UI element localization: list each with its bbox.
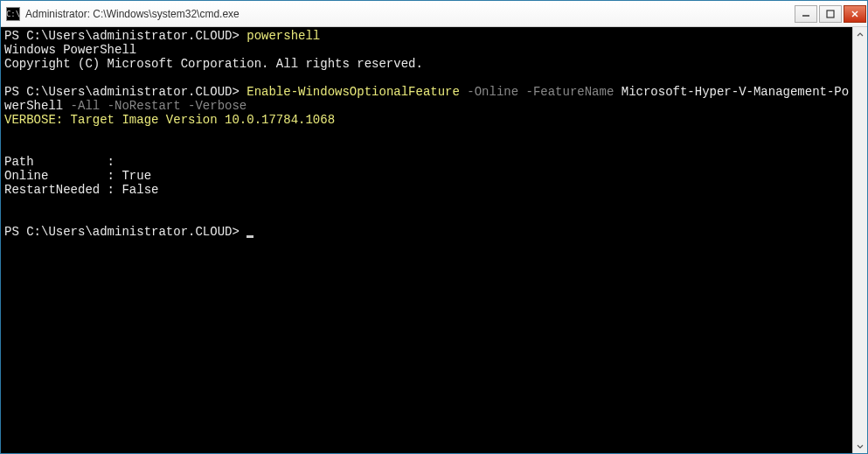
terminal-output[interactable]: PS C:\Users\administrator.CLOUD> powersh…: [1, 27, 852, 453]
minimize-button[interactable]: [795, 5, 817, 23]
result-line: Online : True: [4, 169, 151, 183]
prompt: PS C:\Users\administrator.CLOUD>: [4, 29, 247, 43]
app-window: C:\ Administrator: C:\Windows\system32\c…: [0, 0, 868, 454]
verbose-line: VERBOSE: Target Image Version 10.0.17784…: [4, 113, 335, 127]
scroll-down-button[interactable]: [853, 438, 867, 453]
output-line: Windows PowerShell: [4, 43, 136, 57]
cmd-icon: C:\: [6, 7, 20, 21]
prompt: PS C:\Users\administrator.CLOUD>: [4, 85, 247, 99]
scroll-up-button[interactable]: [853, 27, 867, 42]
command-text: powershell: [247, 29, 320, 43]
vertical-scrollbar[interactable]: [852, 27, 867, 453]
result-line: Path :: [4, 155, 115, 169]
cmdlet-name: Enable-WindowsOptionalFeature: [247, 85, 460, 99]
cursor-icon: [247, 235, 253, 238]
result-line: RestartNeeded : False: [4, 183, 158, 197]
client-area: PS C:\Users\administrator.CLOUD> powersh…: [1, 27, 867, 453]
prompt: PS C:\Users\administrator.CLOUD>: [4, 225, 247, 239]
output-line: Copyright (C) Microsoft Corporation. All…: [4, 57, 423, 71]
scrollbar-track[interactable]: [853, 42, 867, 438]
maximize-button[interactable]: [819, 5, 842, 23]
titlebar[interactable]: C:\ Administrator: C:\Windows\system32\c…: [1, 1, 867, 27]
svg-rect-1: [827, 10, 834, 17]
cmd-parameter: -Online -FeatureName: [460, 85, 621, 99]
window-title: Administrator: C:\Windows\system32\cmd.e…: [25, 8, 794, 20]
close-button[interactable]: [844, 5, 866, 23]
cmd-parameter: -All -NoRestart -Verbose: [63, 99, 247, 113]
window-controls: [794, 4, 867, 24]
